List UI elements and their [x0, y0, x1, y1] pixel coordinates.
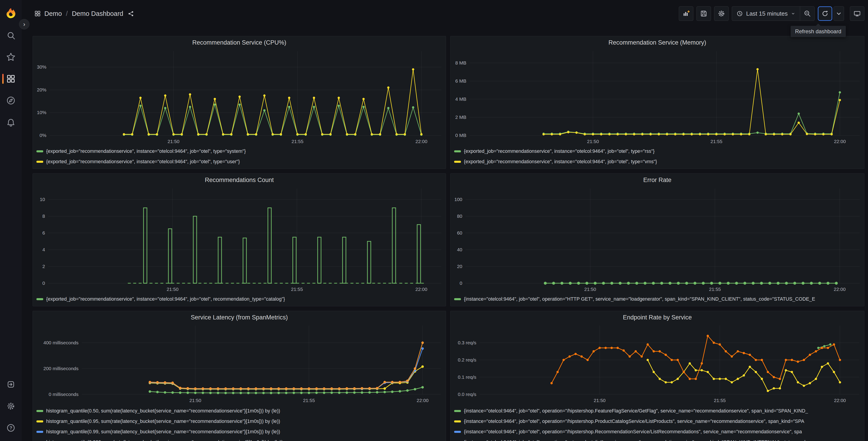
time-range-picker[interactable]: Last 15 minutes	[732, 6, 800, 21]
svg-text:22:00: 22:00	[416, 398, 429, 403]
panel-recommendation-memory: Recommendation Service (Memory) 0 MB2 MB…	[450, 36, 864, 169]
legend-swatch	[36, 410, 43, 412]
legend-item[interactable]: {exported_job="recommendationservice", i…	[33, 156, 446, 167]
expand-sidebar-button[interactable]: ›	[19, 19, 29, 29]
legend-swatch	[454, 420, 461, 422]
svg-text:8: 8	[42, 213, 45, 219]
sign-in-icon	[6, 380, 16, 389]
help-icon: ?	[6, 423, 16, 432]
svg-text:0.1 req/s: 0.1 req/s	[458, 375, 476, 380]
svg-text:21:55: 21:55	[711, 139, 722, 144]
legend: histogram_quantile(0.50, sum(rate(latenc…	[33, 406, 446, 441]
legend-label[interactable]: histogram_quantile(0.50, sum(rate(latenc…	[46, 408, 280, 414]
refresh-interval-dropdown[interactable]	[834, 6, 844, 21]
panel-title[interactable]: Service Latency (from SpanMetrics)	[33, 311, 446, 324]
legend-item[interactable]: {exported_job="recommendationservice", i…	[33, 146, 446, 156]
sidebar-item-server-admin[interactable]	[0, 400, 22, 412]
sidebar-item-alerting[interactable]	[0, 116, 22, 128]
sidebar-item-sign-in[interactable]	[0, 378, 22, 391]
svg-text:22:00: 22:00	[834, 139, 846, 144]
panel-title[interactable]: Error Rate	[451, 174, 864, 186]
panel-title[interactable]: Recommendations Count	[33, 174, 446, 186]
star-icon	[6, 53, 16, 62]
sidebar-item-favorites[interactable]	[0, 51, 22, 63]
save-dashboard-button[interactable]	[696, 6, 711, 21]
endpoint-rate-chart[interactable]: 0.0 req/s0.1 req/s0.2 req/s0.3 req/s21:5…	[451, 324, 864, 405]
chevron-down-icon	[835, 10, 842, 18]
legend-item[interactable]: {instance="otelcol:9464", job="otel", op…	[451, 437, 864, 441]
legend-item[interactable]: histogram_quantile(0.95, sum(rate(latenc…	[33, 416, 446, 427]
svg-text:20%: 20%	[37, 87, 46, 92]
sidebar-item-help[interactable]: ?	[0, 421, 22, 434]
legend-label[interactable]: histogram_quantile(0.95, sum(rate(latenc…	[46, 419, 280, 424]
grafana-logo[interactable]	[5, 8, 17, 19]
svg-text:21:50: 21:50	[189, 398, 202, 403]
legend-item[interactable]: {exported_job="recommendationservice", i…	[451, 156, 864, 167]
panel-title[interactable]: Recommendation Service (Memory)	[451, 36, 864, 49]
panel-title[interactable]: Recommendation Service (CPU%)	[33, 36, 446, 49]
svg-text:22:00: 22:00	[415, 287, 428, 292]
breadcrumb: Demo / Demo Dashboard	[34, 10, 134, 18]
panel-title[interactable]: Endpoint Rate by Service	[451, 311, 864, 324]
breadcrumb-page-title[interactable]: Demo Dashboard	[72, 10, 123, 18]
error-rate-chart[interactable]: 02040608010021:5021:5522:00	[451, 186, 864, 293]
refresh-dashboard-button[interactable]	[818, 6, 832, 21]
svg-text:0.0 req/s: 0.0 req/s	[458, 392, 476, 397]
dashboard-settings-button[interactable]	[714, 6, 728, 21]
legend-label[interactable]: {instance="otelcol:9464", job="otel", op…	[464, 296, 815, 302]
svg-text:21:50: 21:50	[168, 139, 180, 144]
legend: {instance="otelcol:9464", job="otel", op…	[451, 294, 864, 304]
chevron-down-icon	[791, 11, 795, 16]
compass-icon	[6, 96, 16, 105]
breadcrumb-section[interactable]: Demo	[44, 10, 62, 18]
kiosk-tv-button[interactable]	[850, 6, 864, 21]
svg-text:21:50: 21:50	[587, 139, 599, 144]
legend-label[interactable]: {exported_job="recommendationservice", i…	[464, 148, 655, 154]
svg-text:0%: 0%	[40, 133, 46, 138]
service-latency-chart[interactable]: 0 milliseconds200 milliseconds400 millis…	[33, 324, 446, 405]
panel-recommendations-count: Recommendations Count 024681021:5021:552…	[33, 173, 446, 306]
add-panel-button[interactable]	[679, 6, 693, 21]
legend-item[interactable]: {instance="otelcol:9464", job="otel", op…	[451, 406, 864, 416]
recommendations-count-chart[interactable]: 024681021:5021:5522:00	[33, 186, 446, 293]
search-icon	[6, 31, 16, 40]
dashboard-toolbar: Last 15 minutes	[679, 6, 868, 21]
breadcrumb-separator: /	[65, 10, 68, 18]
legend-item[interactable]: histogram_quantile(0.999, sum(rate(laten…	[33, 437, 446, 441]
legend-swatch	[454, 161, 461, 163]
legend-item[interactable]: {exported_job="recommendationservice", i…	[33, 294, 446, 304]
legend-label[interactable]: {instance="otelcol:9464", job="otel", op…	[464, 419, 804, 424]
sidebar-item-explore[interactable]	[0, 94, 22, 107]
top-nav-bar: Demo / Demo Dashboard	[22, 0, 868, 27]
legend-item[interactable]: {instance="otelcol:9464", job="otel", op…	[451, 294, 864, 304]
legend-item[interactable]: histogram_quantile(0.50, sum(rate(latenc…	[33, 406, 446, 416]
cpu-chart[interactable]: 0%10%20%30%21:5021:5522:00	[33, 49, 446, 146]
legend-item[interactable]: {instance="otelcol:9464", job="otel", op…	[451, 416, 864, 427]
legend-label[interactable]: {instance="otelcol:9464", job="otel", op…	[464, 439, 811, 441]
svg-text:21:50: 21:50	[584, 287, 596, 292]
legend-label[interactable]: {instance="otelcol:9464", job="otel", op…	[464, 429, 802, 435]
legend-label[interactable]: {exported_job="recommendationservice", i…	[464, 159, 657, 165]
memory-chart[interactable]: 0 MB2 MB4 MB6 MB8 MB21:5021:5522:00	[451, 49, 864, 146]
legend-item[interactable]: histogram_quantile(0.99, sum(rate(latenc…	[33, 427, 446, 437]
legend: {instance="otelcol:9464", job="otel", op…	[451, 406, 864, 441]
svg-text:21:55: 21:55	[303, 398, 315, 403]
refresh-tooltip: Refresh dashboard	[790, 26, 846, 37]
legend-label[interactable]: histogram_quantile(0.99, sum(rate(latenc…	[46, 429, 280, 435]
svg-text:22:00: 22:00	[834, 398, 846, 403]
legend-label[interactable]: {exported_job="recommendationservice", i…	[46, 159, 240, 165]
legend-item[interactable]: {exported_job="recommendationservice", i…	[451, 146, 864, 156]
legend-label[interactable]: histogram_quantile(0.999, sum(rate(laten…	[46, 439, 283, 441]
share-icon[interactable]	[128, 11, 134, 17]
svg-text:20: 20	[457, 264, 462, 269]
legend-item[interactable]: {instance="otelcol:9464", job="otel", op…	[451, 427, 864, 437]
legend-label[interactable]: {exported_job="recommendationservice", i…	[46, 148, 246, 154]
apps-grid-icon	[34, 10, 41, 17]
legend: {exported_job="recommendationservice", i…	[33, 146, 446, 167]
time-zoom-out-button[interactable]	[800, 6, 815, 21]
sidebar-item-dashboards[interactable]	[0, 72, 22, 85]
legend-label[interactable]: {instance="otelcol:9464", job="otel", op…	[464, 408, 808, 414]
add-panel-icon	[682, 10, 690, 18]
legend-label[interactable]: {exported_job="recommendationservice", i…	[46, 296, 285, 302]
sidebar-item-search[interactable]	[0, 29, 22, 42]
